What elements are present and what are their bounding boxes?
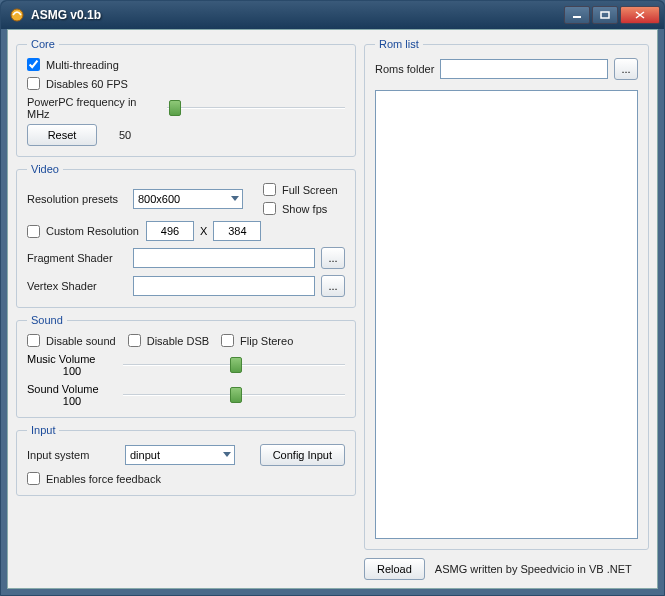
frag-shader-browse-button[interactable]: ... [321,247,345,269]
video-group: Video Resolution presets 800x600 Full Sc… [16,163,356,308]
force-feedback-label: Enables force feedback [46,473,161,485]
input-system-combo[interactable]: dinput [125,445,235,465]
showfps-label: Show fps [282,203,327,215]
close-button[interactable] [620,6,660,24]
svg-point-0 [11,9,23,21]
core-group: Core Multi-threading Disables 60 FPS Pow… [16,38,356,157]
sound-legend: Sound [27,314,67,326]
freq-slider[interactable] [167,98,345,118]
rom-listbox[interactable] [375,90,638,539]
minimize-button[interactable] [564,6,590,24]
roms-folder-browse-button[interactable]: ... [614,58,638,80]
config-input-button[interactable]: Config Input [260,444,345,466]
vert-shader-input[interactable] [133,276,315,296]
fullscreen-checkbox[interactable] [263,183,276,196]
res-presets-label: Resolution presets [27,193,127,205]
disables-60fps-checkbox[interactable] [27,77,40,90]
sound-vol-value: 100 [27,395,117,407]
disable-dsb-label: Disable DSB [147,335,209,347]
music-vol-slider[interactable] [123,355,345,375]
disable-sound-checkbox[interactable] [27,334,40,347]
footer-text: ASMG written by Speedvicio in VB .NET [435,563,632,575]
reload-button[interactable]: Reload [364,558,425,580]
custom-res-checkbox[interactable] [27,225,40,238]
sound-vol-label: Sound Volume [27,383,117,395]
video-legend: Video [27,163,63,175]
roms-folder-label: Roms folder [375,63,434,75]
titlebar: ASMG v0.1b [1,1,664,29]
force-feedback-checkbox[interactable] [27,472,40,485]
showfps-checkbox[interactable] [263,202,276,215]
disable-sound-label: Disable sound [46,335,116,347]
window-title: ASMG v0.1b [31,8,564,22]
app-icon [9,7,25,23]
input-system-label: Input system [27,449,117,461]
res-presets-select[interactable]: 800x600 [133,189,243,209]
input-system-select[interactable]: dinput [125,445,235,465]
music-vol-value: 100 [27,365,117,377]
music-vol-label: Music Volume [27,353,117,365]
input-group: Input Input system dinput Config Input E… [16,424,356,496]
roms-folder-input[interactable] [440,59,608,79]
svg-rect-2 [601,12,609,18]
freq-label: PowerPC frequency in MHz [27,96,159,120]
frag-shader-label: Fragment Shader [27,252,127,264]
multi-threading-label: Multi-threading [46,59,119,71]
vert-shader-browse-button[interactable]: ... [321,275,345,297]
flip-stereo-checkbox[interactable] [221,334,234,347]
custom-width-input[interactable] [146,221,194,241]
core-legend: Core [27,38,59,50]
input-legend: Input [27,424,59,436]
maximize-button[interactable] [592,6,618,24]
disables-60fps-label: Disables 60 FPS [46,78,128,90]
romlist-legend: Rom list [375,38,423,50]
disable-dsb-checkbox[interactable] [128,334,141,347]
freq-value: 50 [105,129,145,141]
custom-height-input[interactable] [213,221,261,241]
vert-shader-label: Vertex Shader [27,280,127,292]
multi-threading-checkbox[interactable] [27,58,40,71]
sound-group: Sound Disable sound Disable DSB Flip Ste… [16,314,356,418]
sound-vol-slider[interactable] [123,385,345,405]
flip-stereo-label: Flip Stereo [240,335,293,347]
romlist-group: Rom list Roms folder ... [364,38,649,550]
fullscreen-label: Full Screen [282,184,338,196]
svg-rect-1 [573,16,581,18]
reset-button[interactable]: Reset [27,124,97,146]
res-presets-combo[interactable]: 800x600 [133,189,243,209]
custom-res-label: Custom Resolution [46,225,140,237]
frag-shader-input[interactable] [133,248,315,268]
custom-res-sep: X [200,225,207,237]
